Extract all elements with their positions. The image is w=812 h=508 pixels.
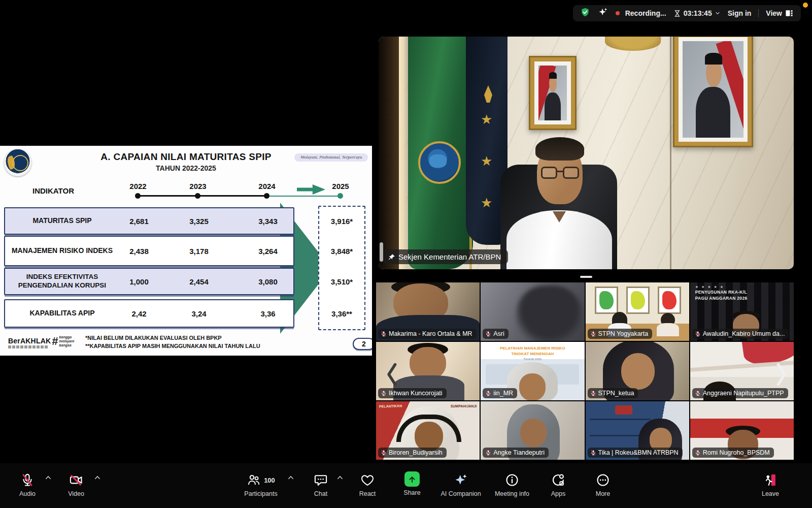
participant-name-tag: Ikhwan Kuncorojati: [378, 388, 447, 398]
video-strip-drag-handle[interactable]: [580, 276, 592, 278]
wood-pillar: [379, 37, 399, 269]
table-row-indeks-efektivitas: INDEKS EFEKTIVITAS PENGENDALIAN KORUPSI …: [4, 268, 294, 295]
ai-companion-label: AI Companion: [441, 490, 481, 497]
glasses-bridge: [557, 171, 563, 172]
audio-options-chevron[interactable]: [45, 473, 52, 483]
backdrop-stars: ★ ★ ★ ★ ★: [695, 285, 724, 289]
topbar-divider: [758, 9, 759, 17]
top-bar-controls: Recording... 03:13:45 Sign in View: [573, 5, 801, 21]
participant-name-tag: Awaludin_Kabiro Umum da...: [692, 329, 789, 339]
muted-mic-icon: [695, 331, 701, 337]
muted-mic-icon: [381, 450, 387, 456]
participant-tile[interactable]: STPN Yogyakarta: [586, 282, 689, 341]
chat-options-chevron[interactable]: [336, 473, 344, 483]
participant-tile[interactable]: ★ ★ ★ ★ ★ PENYUSUNAN RKA-K/L PAGU ANGGAR…: [690, 282, 794, 341]
participant-name-tag: STPN Yogyakarta: [588, 329, 653, 339]
participants-button[interactable]: 100 Participants: [238, 472, 284, 497]
year-2025: 2025: [323, 182, 358, 190]
share-label: Share: [403, 489, 420, 496]
berakhlak-tagline: [8, 345, 49, 348]
apps-label: Apps: [551, 490, 566, 497]
participant-tile[interactable]: Angke Tiandeputri: [481, 401, 584, 460]
year-2023: 2023: [180, 182, 216, 190]
cell-2022: 1,000: [111, 277, 167, 286]
panel-resize-handle[interactable]: [380, 242, 383, 262]
share-screen-icon: [404, 471, 420, 487]
react-button[interactable]: React: [353, 472, 382, 497]
participant-name-tag: Anggraeni Napitupulu_PTPP: [692, 388, 788, 398]
more-label: More: [596, 490, 610, 497]
participant-name: Makarima - Karo Ortala & MR: [389, 330, 472, 337]
meeting-timer[interactable]: 03:13:45: [673, 9, 721, 18]
leave-button[interactable]: Leave: [756, 472, 785, 497]
slide-subtitle: TAHUN 2022-2025: [0, 164, 372, 172]
cell-2022: 2,42: [111, 309, 167, 318]
cell-2022: 2,438: [111, 247, 167, 256]
participant-tile[interactable]: PELATIHAN MANAJEMEN RISIKO TINGKAT MENEN…: [481, 342, 584, 400]
cell-2024: 3,36: [240, 309, 296, 318]
more-button[interactable]: More: [589, 472, 617, 497]
berakhlak-logo: BerAKHLAK: [8, 337, 51, 345]
shared-screen-slide: A. CAPAIAN NILAI MATURITAS SPIP TAHUN 20…: [0, 146, 372, 356]
recording-indicator[interactable]: Recording...: [616, 9, 666, 17]
view-button[interactable]: View: [766, 9, 794, 17]
participant-tile[interactable]: Asri: [481, 282, 584, 341]
participant-name-tag: Angke Tiandeputri: [483, 448, 549, 458]
next-page-chevron[interactable]: [772, 362, 790, 387]
participant-tile[interactable]: Makarima - Karo Ortala & MR: [376, 282, 480, 341]
participants-count: 100: [264, 477, 275, 484]
table-row-manajemen-risiko: MANAJEMEN RISIKO INDEKS 2,438 3,178 3,26…: [4, 236, 294, 266]
chat-button[interactable]: Chat: [307, 472, 335, 497]
meeting-info-label: Meeting info: [495, 490, 529, 497]
chat-label: Chat: [314, 490, 327, 497]
muted-mic-icon: [485, 390, 491, 396]
participant-name: STPN_ketua: [598, 390, 634, 397]
muted-mic-icon: [590, 331, 596, 337]
hourglass-icon: [673, 9, 681, 18]
participant-tile[interactable]: Romi Nugroho_BPSDM: [690, 401, 794, 460]
meeting-info-button[interactable]: Meeting info: [490, 472, 534, 497]
share-button[interactable]: Share: [398, 471, 426, 496]
cell-2023: 2,454: [171, 277, 227, 286]
previous-page-chevron[interactable]: [384, 362, 401, 387]
table-row-kapabilitas-apip: KAPABILITAS APIP 2,42 3,24 3,36: [4, 299, 294, 328]
sign-in-button[interactable]: Sign in: [728, 9, 752, 17]
video-label: Video: [68, 490, 84, 497]
speaker-name: Sekjen Kementerian ATR/BPN: [398, 252, 501, 261]
virtual-bg-year: TAHUN 2025: [481, 358, 584, 361]
audio-button[interactable]: Audio: [13, 472, 42, 497]
apps-button[interactable]: Apps: [544, 472, 572, 497]
participant-name: Tika | Rokeu&BMN ATRBPN: [598, 449, 679, 456]
glasses-icon: [563, 167, 579, 179]
timer-value: 03:13:45: [684, 9, 712, 17]
year-arrow-icon: [297, 184, 325, 195]
audio-label: Audio: [19, 490, 36, 497]
participant-tile[interactable]: PELANTIKAN SUMPAH/JANJI Biroren_Budiyars…: [376, 401, 480, 460]
participants-options-chevron[interactable]: [287, 473, 294, 483]
target-maturitas: 3,916*: [319, 217, 364, 226]
muted-mic-icon: [590, 450, 596, 456]
ai-companion-button[interactable]: AI Companion: [435, 472, 486, 497]
participant-tile[interactable]: Tika | Rokeu&BMN ATRBPN: [586, 401, 689, 460]
indicator-header: INDIKATOR: [15, 186, 91, 195]
main-speaker-video[interactable]: ★ ★ ★ Sekjen Kementerian ATR/BPN: [379, 37, 794, 269]
footnote-2: **KAPABILITAS APIP MASIH MENGGUNAKAN NIL…: [85, 343, 260, 349]
participant-name-tag: Biroren_Budiyarsih: [378, 448, 447, 458]
security-shield-icon[interactable]: [580, 7, 590, 19]
muted-mic-icon: [485, 450, 491, 456]
view-label: View: [766, 9, 782, 17]
video-button[interactable]: Video: [62, 472, 90, 497]
video-options-chevron[interactable]: [94, 473, 101, 483]
participant-tile[interactable]: STPN_ketua: [586, 342, 689, 400]
banner-text-right: SUMPAH/JANJI: [451, 404, 477, 408]
table-row-maturitas-spip: MATURITAS SPIP 2,681 3,325 3,343: [4, 207, 294, 235]
gold-star-icon: ★: [481, 113, 492, 126]
participant-name: Angke Tiandeputri: [493, 449, 545, 456]
motto-pill: Melayani, Profesional, Terpercaya: [294, 153, 368, 162]
target-manajemen-risiko: 3,848*: [319, 247, 364, 256]
leave-icon: [763, 473, 777, 487]
row-label: KAPABILITAS APIP: [10, 309, 114, 318]
backdrop-line2: PAGU ANGGARAN 2026: [695, 296, 748, 301]
participant-name-tag: iin_MR: [483, 388, 517, 398]
ai-companion-topbar-icon[interactable]: [597, 7, 608, 20]
